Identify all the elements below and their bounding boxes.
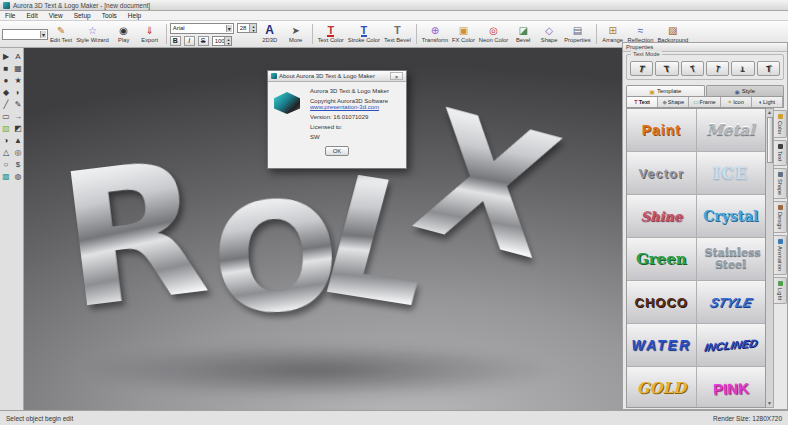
fx-color-button[interactable]: ▣ FX Color — [450, 22, 477, 46]
text-mode-horizontal-button[interactable]: T — [630, 61, 653, 76]
bevel-button[interactable]: ◪ Bevel — [510, 22, 536, 46]
side-tab-animation[interactable]: Animation — [774, 235, 787, 275]
play-button[interactable]: ◉ Play — [111, 22, 137, 46]
template-item-inclined[interactable]: INCLINED — [697, 324, 766, 366]
side-tab-color[interactable]: Color — [774, 110, 787, 138]
ellipse-tool-icon[interactable]: ● — [0, 74, 12, 86]
text-mode-group: Text Mode T T T T T T — [626, 54, 784, 80]
template-item-style[interactable]: STYLE — [697, 281, 766, 323]
scrollbar-thumb[interactable] — [767, 117, 773, 163]
template-item-green[interactable]: Green — [627, 238, 696, 280]
scroll-down-icon[interactable]: ▼ — [767, 400, 772, 407]
menu-file[interactable]: File — [5, 12, 15, 19]
tab-template[interactable]: ▣ Template — [626, 85, 705, 96]
3d-letter[interactable]: X — [402, 86, 573, 284]
template-item-water[interactable]: WATER — [627, 324, 696, 366]
material-tool-icon[interactable]: ◍ — [12, 170, 24, 182]
symbol-tool-icon[interactable]: $ — [12, 158, 24, 170]
cuboid-tool-icon[interactable]: ◩ — [12, 122, 24, 134]
transform-button[interactable]: ⊕ Transform — [420, 22, 450, 46]
neon-color-button[interactable]: ◎ Neon Color — [477, 22, 510, 46]
template-item-paint[interactable]: Paint — [627, 109, 696, 151]
text-bevel-button[interactable]: T Text Bevel — [382, 22, 413, 46]
star-tool-icon[interactable]: ★ — [12, 74, 24, 86]
template-item-gold[interactable]: GOLD — [627, 367, 696, 408]
style-preset-combo[interactable] — [2, 29, 48, 40]
sphere-tool-icon[interactable]: ◑ — [0, 134, 12, 146]
gallery-scrollbar[interactable]: ▲ ▼ — [766, 108, 774, 408]
dialog-close-button[interactable]: × — [390, 72, 403, 80]
template-item-ice[interactable]: ICE — [697, 152, 766, 194]
text-mode-label: Text Mode — [631, 51, 662, 57]
italic-button[interactable]: I — [184, 36, 195, 46]
cube-tool-icon[interactable]: ▧ — [0, 122, 12, 134]
select-tool-icon[interactable]: ▶ — [0, 50, 12, 62]
polygon-tool-icon[interactable]: ◆ — [0, 86, 12, 98]
properties-button[interactable]: ▤ Properties — [562, 22, 592, 46]
text-mode-skew-button[interactable]: T — [655, 61, 678, 76]
subtab-frame[interactable]: ▭ Frame — [689, 97, 720, 107]
cone-tool-icon[interactable]: ▲ — [12, 134, 24, 146]
extrude-tool-icon[interactable]: ▩ — [0, 170, 12, 182]
frame-tool-icon[interactable]: ▭ — [0, 110, 12, 122]
bold-button[interactable]: B — [170, 36, 181, 46]
font-height-spinner[interactable]: 100 — [212, 36, 232, 46]
side-tab-text[interactable]: Text — [774, 140, 787, 165]
edit-text-button[interactable]: ✎ Edit Text — [48, 22, 74, 46]
status-bar: Select object begin edit Render Size: 12… — [0, 410, 788, 425]
stroke-color-button[interactable]: T Stroke Color — [346, 22, 382, 46]
text-mode-perspective-button[interactable]: T — [757, 61, 780, 76]
shape-tool-icon[interactable]: ◗ — [12, 86, 24, 98]
template-item-stainless-steel[interactable]: Stainless Steel — [697, 238, 766, 280]
template-item-metal[interactable]: Metal — [697, 109, 766, 151]
template-item-choco[interactable]: CHOCO — [627, 281, 696, 323]
template-item-vector[interactable]: Vector — [627, 152, 696, 194]
font-size-spinner[interactable]: 28 — [237, 23, 257, 33]
side-tab-design[interactable]: Design — [774, 201, 787, 233]
menu-edit[interactable]: Edit — [26, 12, 37, 19]
arrow-tool-icon[interactable]: → — [12, 110, 24, 122]
subtab-icon[interactable]: ✦ Icon — [721, 97, 752, 107]
side-tab-shape[interactable]: Shape — [774, 168, 787, 199]
side-tab-light[interactable]: Light — [774, 277, 787, 304]
menu-setup[interactable]: Setup — [74, 12, 91, 19]
style-wizard-icon: ☆ — [88, 25, 97, 37]
torus-tool-icon[interactable]: ◎ — [12, 146, 24, 158]
text-mode-rotate-right-button[interactable]: T — [706, 61, 729, 76]
text-mode-flip-button[interactable]: T — [731, 61, 754, 76]
tab-style[interactable]: ◉ Style — [706, 85, 785, 96]
menu-help[interactable]: Help — [128, 12, 141, 19]
strike-button[interactable]: S — [198, 36, 209, 46]
template-item-pink[interactable]: PINK — [697, 367, 766, 408]
toolbar-separator — [596, 24, 597, 44]
font-family-value: Arial — [173, 25, 185, 31]
template-item-shine[interactable]: Shine — [627, 195, 696, 237]
export-button[interactable]: ⇓ Export — [137, 22, 163, 46]
subtab-light[interactable]: ◐ Light — [752, 97, 783, 107]
text-mode-rotate-left-button[interactable]: T — [681, 61, 704, 76]
freehand-tool-icon[interactable]: ✎ — [12, 98, 24, 110]
website-link[interactable]: www.presentation-3d.com — [310, 104, 379, 110]
shape-button[interactable]: ◇ Shape — [536, 22, 562, 46]
style-wizard-button[interactable]: ☆ Style Wizard — [74, 22, 111, 46]
rectangle-tool-icon[interactable]: ■ — [0, 62, 12, 74]
ok-button[interactable]: OK — [325, 146, 349, 156]
toolbar-separator — [416, 24, 417, 44]
menu-view[interactable]: View — [49, 12, 63, 19]
scroll-up-icon[interactable]: ▲ — [767, 109, 772, 116]
grid-tool-icon[interactable]: ▦ — [12, 62, 24, 74]
more-fonts-button[interactable]: ➤ More — [283, 22, 309, 46]
mode-2d3d-button[interactable]: A 2D3D — [257, 22, 283, 46]
dialog-title-bar[interactable]: About Aurora 3D Text & Logo Maker × — [268, 71, 406, 82]
template-item-crystal[interactable]: Crystal — [697, 195, 766, 237]
menu-tools[interactable]: Tools — [102, 12, 117, 19]
3d-letter[interactable]: R — [51, 135, 215, 336]
font-family-combo[interactable]: Arial — [170, 23, 234, 34]
text-tool-icon[interactable]: A — [12, 50, 24, 62]
subtab-shape[interactable]: ◆ Shape — [658, 97, 689, 107]
pyramid-tool-icon[interactable]: △ — [0, 146, 12, 158]
ring-tool-icon[interactable]: ○ — [0, 158, 12, 170]
text-color-button[interactable]: T Text Color — [316, 22, 346, 46]
subtab-text[interactable]: T Text — [627, 97, 658, 107]
line-tool-icon[interactable]: ╱ — [0, 98, 12, 110]
